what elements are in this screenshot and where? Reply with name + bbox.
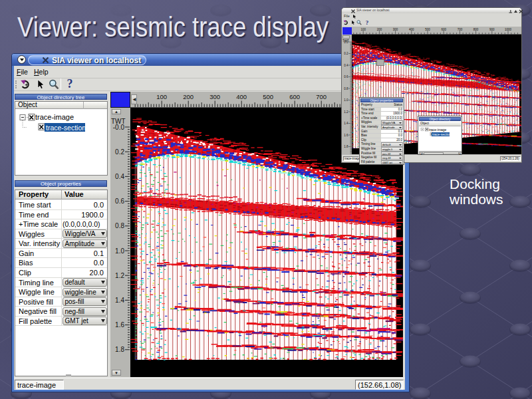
svg-text:700: 700 bbox=[458, 28, 463, 31]
svg-text:0.6: 0.6 bbox=[115, 198, 124, 205]
svg-text:1.8: 1.8 bbox=[115, 346, 124, 353]
svg-text:1.6: 1.6 bbox=[115, 321, 124, 329]
svg-text:0.8: 0.8 bbox=[344, 87, 348, 90]
svg-text:600: 600 bbox=[289, 93, 300, 100]
svg-text:?: ? bbox=[67, 79, 73, 90]
svg-text:800: 800 bbox=[473, 28, 479, 31]
svg-text:500: 500 bbox=[263, 93, 273, 100]
svg-text:1.8: 1.8 bbox=[344, 145, 348, 148]
svg-text:0.4: 0.4 bbox=[344, 64, 348, 67]
svg-text:500: 500 bbox=[425, 28, 430, 31]
svg-text:400: 400 bbox=[409, 28, 414, 31]
svg-text:200: 200 bbox=[183, 93, 194, 100]
svg-text:1000: 1000 bbox=[505, 28, 512, 31]
svg-text:1.2: 1.2 bbox=[344, 110, 348, 114]
svg-text:1.4: 1.4 bbox=[344, 122, 348, 125]
svg-text:200: 200 bbox=[377, 28, 382, 31]
svg-text:1.0: 1.0 bbox=[344, 98, 348, 102]
svg-text:900: 900 bbox=[489, 28, 495, 31]
svg-text:700: 700 bbox=[316, 93, 327, 100]
svg-text:0.2: 0.2 bbox=[115, 148, 124, 156]
svg-text:300: 300 bbox=[209, 93, 220, 100]
svg-text:0.6: 0.6 bbox=[344, 75, 348, 78]
svg-text:1.4: 1.4 bbox=[115, 297, 124, 304]
svg-text:600: 600 bbox=[441, 28, 446, 31]
svg-text:TWT: TWT bbox=[111, 118, 126, 125]
svg-text:100: 100 bbox=[156, 93, 167, 100]
svg-text:?: ? bbox=[366, 20, 369, 25]
svg-text:300: 300 bbox=[393, 28, 398, 31]
svg-text:TWT: TWT bbox=[342, 39, 349, 43]
svg-text:0.4: 0.4 bbox=[115, 173, 124, 180]
svg-text:0.2: 0.2 bbox=[344, 52, 348, 55]
svg-text:1.2: 1.2 bbox=[115, 272, 124, 279]
svg-text:1.6: 1.6 bbox=[344, 134, 348, 137]
svg-text:400: 400 bbox=[236, 93, 247, 100]
svg-text:100: 100 bbox=[360, 28, 366, 31]
svg-text:1.0: 1.0 bbox=[115, 247, 124, 255]
svg-text:0.8: 0.8 bbox=[115, 222, 124, 229]
